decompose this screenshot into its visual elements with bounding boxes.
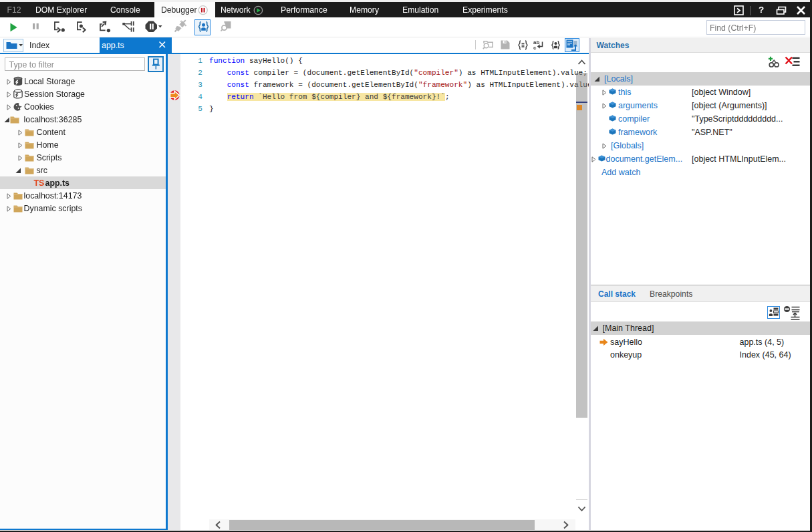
svg-text:c: c xyxy=(533,45,537,51)
